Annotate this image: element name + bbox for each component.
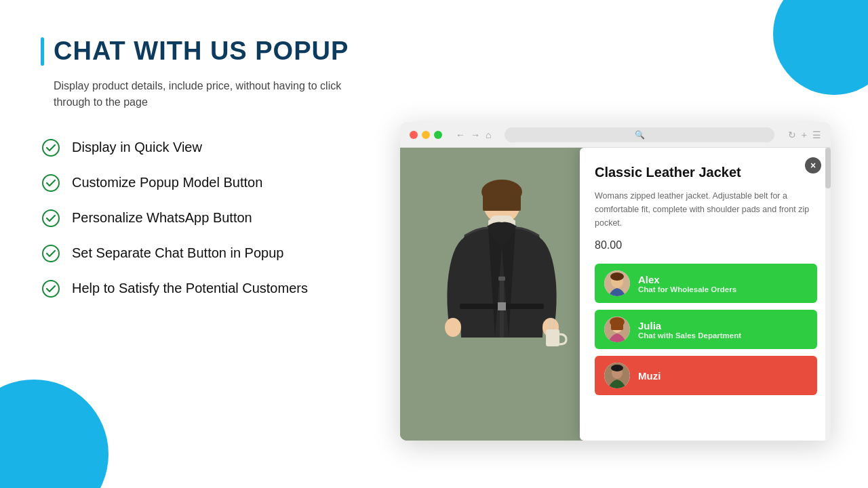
feature-text-4: Set Separate Chat Button in Popup — [72, 245, 283, 261]
chat-buttons-list: Alex Chat for Wholesale Orders — [595, 264, 817, 395]
svg-rect-17 — [498, 277, 505, 281]
muzi-name: Muzi — [638, 370, 660, 382]
check-icon-2 — [41, 173, 61, 193]
feature-text-5: Help to Satisfy the Potential Customers — [72, 281, 308, 296]
alex-name: Alex — [638, 274, 736, 285]
browser-search-bar[interactable]: 🔍 — [505, 127, 774, 142]
check-icon-3 — [41, 208, 61, 228]
browser-actions: ↻ + ☰ — [788, 129, 821, 140]
check-icon-4 — [41, 243, 61, 264]
more-icon[interactable]: ☰ — [812, 129, 821, 140]
nav-back[interactable]: ← — [456, 129, 465, 140]
julia-avatar-image — [604, 317, 630, 342]
feature-item-4: Set Separate Chat Button in Popup — [41, 243, 373, 264]
feature-text-1: Display in Quick View — [72, 140, 202, 155]
title-block: CHAT WITH US POPUP — [41, 37, 373, 66]
muzi-avatar-image — [604, 363, 630, 388]
svg-rect-19 — [498, 302, 506, 310]
browser-dots — [410, 131, 442, 139]
feature-item-1: Display in Quick View — [41, 138, 373, 158]
deco-bottom-left — [0, 380, 108, 488]
feature-item-3: Personalize WhatsApp Button — [41, 208, 373, 228]
scroll-thumb — [825, 148, 831, 188]
left-panel: CHAT WITH US POPUP Display product detai… — [41, 37, 373, 299]
nav-forward[interactable]: → — [471, 129, 480, 140]
feature-text-3: Personalize WhatsApp Button — [72, 210, 252, 226]
julia-avatar — [604, 317, 630, 342]
dot-green[interactable] — [434, 131, 442, 139]
svg-point-13 — [445, 318, 461, 337]
browser-window: ← → ⌂ 🔍 ↻ + ☰ — [400, 122, 831, 441]
svg-rect-15 — [546, 329, 559, 346]
muzi-chat-button[interactable]: Muzi — [595, 356, 817, 395]
browser-toolbar: ← → ⌂ 🔍 ↻ + ☰ — [400, 122, 831, 148]
svg-point-2 — [43, 210, 59, 226]
svg-point-1 — [43, 175, 59, 191]
nav-home[interactable]: ⌂ — [486, 129, 491, 140]
check-icon-5 — [41, 279, 61, 299]
julia-name: Julia — [638, 320, 741, 331]
features-list: Display in Quick View Customize Popup Mo… — [41, 138, 373, 299]
product-price: 80.00 — [595, 239, 817, 251]
feature-text-2: Customize Popup Model Button — [72, 175, 262, 190]
title-bar — [41, 37, 44, 66]
dot-yellow[interactable] — [422, 131, 430, 139]
browser-nav: ← → ⌂ — [456, 129, 491, 140]
alex-chat-button[interactable]: Alex Chat for Wholesale Orders — [595, 264, 817, 303]
svg-point-4 — [43, 281, 59, 297]
search-icon: 🔍 — [635, 130, 645, 140]
alex-chat-info: Alex Chat for Wholesale Orders — [638, 274, 736, 293]
dot-red[interactable] — [410, 131, 418, 139]
browser-content: × Classic Leather Jacket Womans zipped l… — [400, 148, 831, 441]
alex-description: Chat for Wholesale Orders — [638, 285, 736, 293]
svg-point-0 — [43, 140, 59, 156]
muzi-chat-info: Muzi — [638, 370, 660, 382]
feature-item-5: Help to Satisfy the Potential Customers — [41, 279, 373, 299]
product-background — [400, 148, 604, 441]
product-title: Classic Leather Jacket — [595, 164, 817, 181]
julia-chat-info: Julia Chat with Sales Department — [638, 320, 741, 340]
modal-close-button[interactable]: × — [805, 157, 821, 174]
svg-rect-10 — [483, 194, 521, 211]
muzi-avatar — [604, 363, 630, 388]
check-icon-1 — [41, 138, 61, 158]
product-description: Womans zipped leather jacket. Adjustable… — [595, 189, 817, 230]
page-title: CHAT WITH US POPUP — [54, 37, 349, 66]
svg-point-29 — [611, 365, 623, 371]
reload-icon[interactable]: ↻ — [788, 129, 796, 140]
svg-point-3 — [43, 245, 59, 262]
feature-item-2: Customize Popup Model Button — [41, 173, 373, 193]
julia-description: Chat with Sales Department — [638, 331, 741, 340]
scrollbar[interactable] — [825, 148, 831, 441]
product-modal: × Classic Leather Jacket Womans zipped l… — [580, 148, 831, 441]
julia-chat-button[interactable]: Julia Chat with Sales Department — [595, 310, 817, 349]
alex-avatar-image — [604, 270, 630, 296]
svg-point-22 — [610, 272, 624, 281]
add-tab-icon[interactable]: + — [802, 129, 807, 140]
product-image-svg — [400, 148, 604, 441]
deco-top-right — [773, 0, 868, 95]
page-subtitle: Display product details, include price, … — [54, 78, 373, 110]
svg-rect-26 — [611, 323, 623, 330]
alex-avatar — [604, 270, 630, 296]
